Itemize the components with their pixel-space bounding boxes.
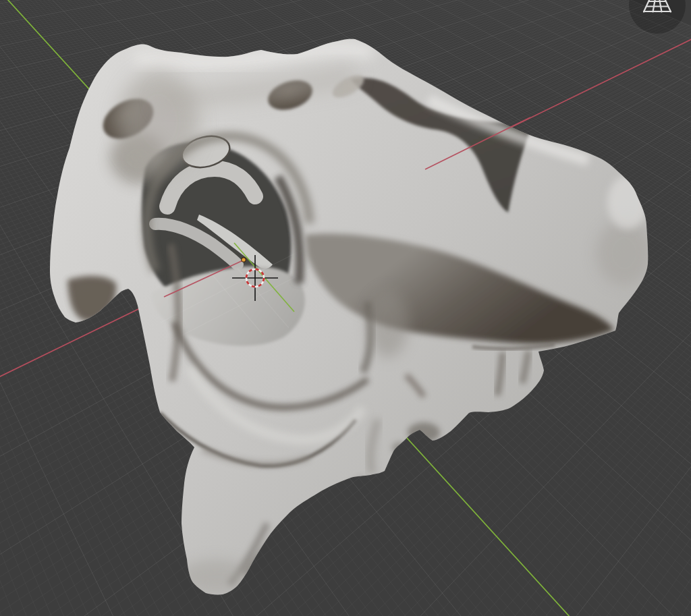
blender-3d-viewport[interactable] bbox=[0, 0, 691, 616]
viewport-canvas[interactable] bbox=[0, 0, 691, 616]
object-origin-dot bbox=[242, 258, 246, 262]
